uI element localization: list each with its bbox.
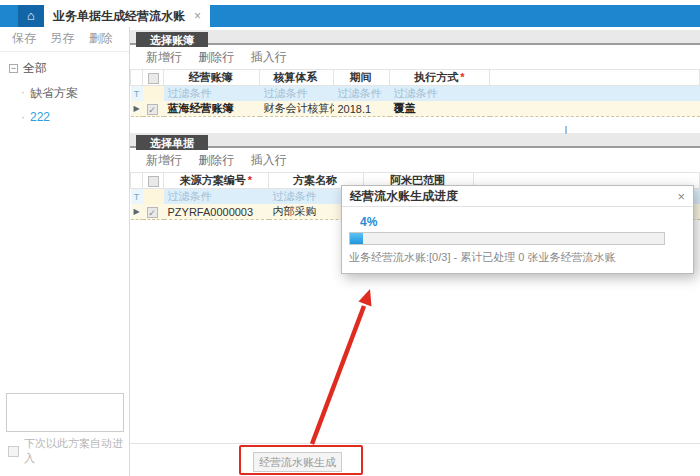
filter-filler: [490, 86, 700, 102]
sidebar-detail-box: [6, 393, 124, 432]
ledger-grid-toolbar: 新增行 删除行 插入行: [130, 45, 700, 69]
current-row-icon: ▶: [131, 204, 143, 220]
filter-input-ledger[interactable]: 过滤条件: [164, 86, 260, 102]
home-icon: ⌂: [27, 8, 35, 23]
current-row-icon: ▶: [131, 101, 143, 117]
home-tab[interactable]: ⌂: [18, 5, 44, 27]
insert-row-button[interactable]: 插入行: [251, 50, 287, 64]
dialog-body: 4% 业务经营流水账:[0/3] - 累计已处理 0 张业务经营流水账: [342, 207, 693, 265]
dialog-title: 经营流水账生成进度: [350, 188, 458, 205]
auto-enter-option[interactable]: 下次以此方案自动进入: [8, 436, 129, 466]
progress-dialog: 经营流水账生成进度 × 4% 业务经营流水账:[0/3] - 累计已处理 0 张…: [341, 185, 694, 274]
col-header-exec-mode[interactable]: 执行方式*: [390, 70, 490, 86]
filter-input-system[interactable]: 过滤条件: [260, 86, 334, 102]
filter-input-scheme-code[interactable]: 过滤条件: [164, 189, 269, 205]
save-button[interactable]: 保存: [12, 31, 36, 45]
col-header-filler: [490, 70, 700, 86]
filter-input-exec-mode[interactable]: 过滤条件: [390, 86, 490, 102]
row-marker-header: [131, 173, 143, 189]
collapse-icon[interactable]: −: [9, 64, 18, 73]
docs-grid-toolbar: 新增行 删除行 插入行: [130, 148, 700, 172]
notification-dot: [26, 1, 29, 4]
col-header-ledger[interactable]: 经营账簿: [164, 70, 260, 86]
sidebar-toolbar: 保存 另存 删除: [0, 27, 129, 52]
section-header-bar: 选择单据: [130, 133, 700, 148]
select-all-cell[interactable]: [143, 70, 164, 86]
select-all-checkbox[interactable]: [148, 176, 159, 187]
add-row-button[interactable]: 新增行: [146, 153, 182, 167]
ledger-data-row[interactable]: ▶ ✓ 蓝海经营账簿 财务会计核算体系 2018.1 覆盖: [131, 101, 700, 117]
section-select-ledger: 选择账簿 新增行 删除行 插入行 经营账簿 核算体系 期间 执行方式*: [130, 30, 700, 117]
tree-item-222[interactable]: 222: [9, 102, 129, 124]
delete-row-button[interactable]: 删除行: [198, 50, 234, 64]
row-checkbox-checked[interactable]: ✓: [147, 104, 158, 115]
delete-button[interactable]: 删除: [89, 31, 113, 45]
row-checkbox-checked[interactable]: ✓: [147, 207, 158, 218]
save-as-button[interactable]: 另存: [50, 31, 74, 45]
filter-row-icon: T: [131, 189, 143, 205]
ledger-table: 经营账簿 核算体系 期间 执行方式* T 过滤条件 过滤条件 过滤条件 过滤条件: [130, 69, 700, 117]
sidebar: 保存 另存 删除 − 全部 缺省方案 222 下次以此方案自动进入: [0, 27, 130, 476]
section-header-bar: 选择账簿: [130, 30, 700, 45]
select-all-cell[interactable]: [143, 173, 164, 189]
tab-title: 业务单据生成经营流水账: [53, 8, 185, 25]
scheme-tree: − 全部 缺省方案 222: [0, 52, 129, 124]
tree-item-default-scheme[interactable]: 缺省方案: [9, 77, 129, 102]
cursor-artifact: [565, 126, 567, 134]
cell-scheme-code[interactable]: PZYRFA0000003: [164, 204, 269, 220]
cell-period[interactable]: 2018.1: [334, 101, 390, 117]
filter-row-icon: T: [131, 86, 143, 102]
ledger-filter-row: T 过滤条件 过滤条件 过滤条件 过滤条件: [131, 86, 700, 102]
filter-input-period[interactable]: 过滤条件: [334, 86, 390, 102]
cell-ledger[interactable]: 蓝海经营账簿: [164, 101, 260, 117]
filter-checkbox-cell: [143, 86, 164, 102]
progress-bar: [349, 232, 665, 245]
footer-divider: [130, 443, 700, 444]
delete-row-button[interactable]: 删除行: [198, 153, 234, 167]
tab-close-icon[interactable]: ×: [194, 9, 201, 23]
tree-root-label: 全部: [23, 60, 47, 77]
progress-bar-fill: [350, 233, 363, 244]
tab-business-journal[interactable]: 业务单据生成经营流水账 ×: [44, 5, 210, 27]
col-header-scheme-code[interactable]: 来源方案编号*: [164, 173, 269, 189]
row-checkbox-cell[interactable]: ✓: [143, 204, 164, 220]
annotation-arrow: [290, 282, 390, 452]
col-header-system[interactable]: 核算体系: [260, 70, 334, 86]
progress-message: 业务经营流水账:[0/3] - 累计已处理 0 张业务经营流水账: [349, 250, 686, 265]
dialog-title-bar: 经营流水账生成进度 ×: [342, 186, 693, 207]
insert-row-button[interactable]: 插入行: [251, 153, 287, 167]
add-row-button[interactable]: 新增行: [146, 50, 182, 64]
filter-checkbox-cell: [143, 189, 164, 205]
select-all-checkbox[interactable]: [148, 73, 159, 84]
auto-enter-label: 下次以此方案自动进入: [24, 436, 129, 466]
cell-system[interactable]: 财务会计核算体系: [260, 101, 334, 117]
progress-percent: 4%: [360, 215, 686, 229]
ledger-header-row: 经营账簿 核算体系 期间 执行方式*: [131, 70, 700, 86]
dialog-close-icon[interactable]: ×: [677, 189, 685, 204]
app-window: ⌂ 业务单据生成经营流水账 × 保存 另存 删除 − 全部 缺省方案 222 下…: [0, 0, 700, 476]
cell-exec-mode[interactable]: 覆盖: [390, 101, 490, 117]
row-marker-header: [131, 70, 143, 86]
auto-enter-checkbox[interactable]: [8, 446, 19, 457]
col-header-period[interactable]: 期间: [334, 70, 390, 86]
cell-filler: [490, 101, 700, 117]
row-checkbox-cell[interactable]: ✓: [143, 101, 164, 117]
tree-root-all[interactable]: − 全部: [9, 60, 129, 77]
section-tab-select-ledger[interactable]: 选择账簿: [136, 32, 208, 47]
section-tab-select-documents[interactable]: 选择单据: [136, 135, 208, 150]
